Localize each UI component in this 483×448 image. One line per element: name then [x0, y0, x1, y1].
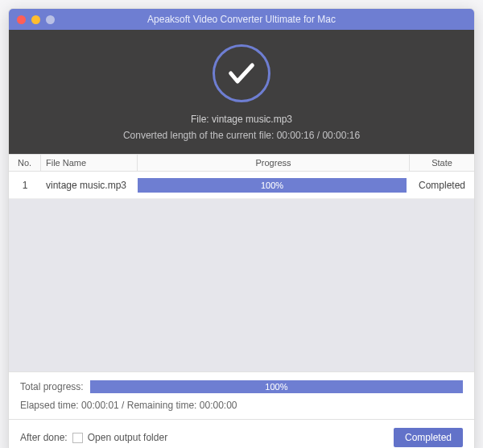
converted-length-label: Converted length of the current file: 00…	[9, 130, 474, 141]
time-info: Elapsed time: 00:00:01 / Remaining time:…	[20, 400, 463, 411]
file-table: No. File Name Progress State 1 vintage m…	[9, 154, 474, 199]
table-empty-area	[9, 199, 474, 371]
title-bar: Apeaksoft Video Converter Ultimate for M…	[9, 9, 474, 30]
summary-panel: Total progress: 100% Elapsed time: 00:00…	[9, 371, 474, 419]
status-panel: File: vintage music.mp3 Converted length…	[9, 30, 474, 154]
total-progress-row: Total progress: 100%	[20, 380, 463, 393]
open-output-folder-checkbox[interactable]	[72, 433, 83, 443]
header-no: No.	[9, 155, 41, 171]
total-progress-bar: 100%	[90, 380, 463, 393]
after-done-row: After done: Open output folder Completed	[9, 419, 474, 448]
row-progress-cell: 100%	[138, 172, 410, 198]
header-filename: File Name	[41, 155, 138, 171]
app-window: Apeaksoft Video Converter Ultimate for M…	[8, 8, 475, 448]
row-progress-bar: 100%	[138, 178, 407, 193]
minimize-icon[interactable]	[31, 15, 40, 24]
row-state: Completed	[410, 172, 474, 198]
table-row[interactable]: 1 vintage music.mp3 100% Completed	[9, 172, 474, 199]
table-header: No. File Name Progress State	[9, 154, 474, 172]
header-state: State	[410, 155, 474, 171]
total-progress-label: Total progress:	[20, 381, 84, 392]
success-check-icon	[213, 44, 270, 102]
current-file-label: File: vintage music.mp3	[9, 114, 474, 125]
after-done-label: After done:	[20, 432, 68, 443]
row-no: 1	[9, 172, 41, 198]
open-output-folder-label: Open output folder	[88, 432, 167, 443]
header-progress: Progress	[138, 155, 410, 171]
window-controls	[17, 15, 55, 24]
close-icon[interactable]	[17, 15, 26, 24]
row-filename: vintage music.mp3	[41, 172, 138, 198]
window-title: Apeaksoft Video Converter Ultimate for M…	[9, 14, 474, 25]
completed-button[interactable]: Completed	[394, 428, 463, 447]
zoom-icon[interactable]	[46, 15, 55, 24]
